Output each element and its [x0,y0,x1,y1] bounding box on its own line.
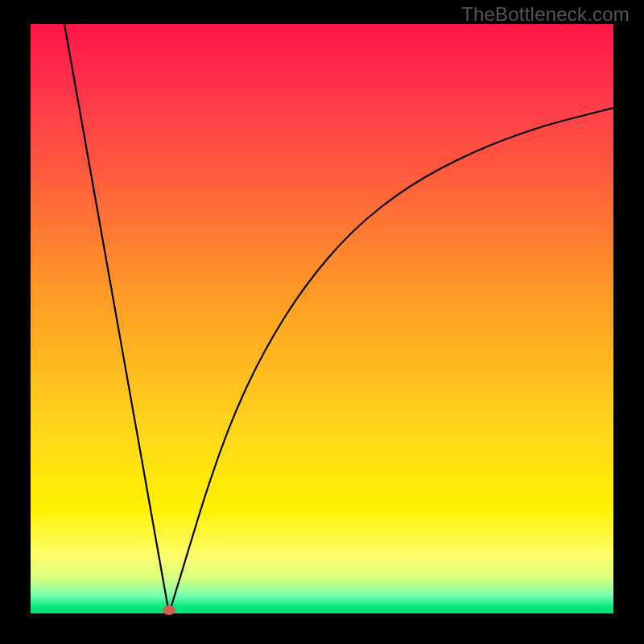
optimal-point-marker [163,605,175,615]
chart-gradient-background [31,24,613,613]
watermark-text: TheBottleneck.com [461,3,630,26]
